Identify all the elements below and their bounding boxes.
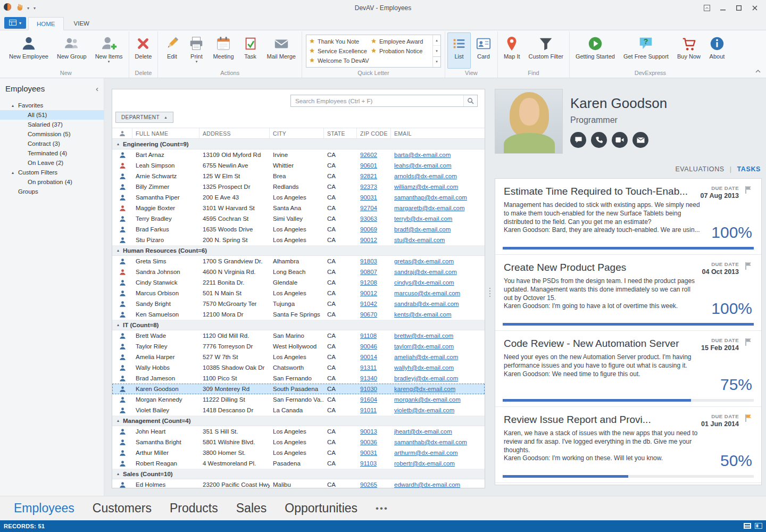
zip-link[interactable]: 90036 — [360, 439, 377, 445]
getting-started-button[interactable]: Getting Started — [572, 32, 619, 69]
column-header-address[interactable]: ADDRESS — [199, 128, 270, 138]
bottom-nav-products[interactable]: Products — [170, 501, 218, 516]
bottom-nav-employees[interactable]: Employees — [14, 501, 74, 516]
card-view-button[interactable]: Card — [472, 32, 495, 69]
table-row[interactable]: Arthur Miller3800 Homer St.Los AngelesCA… — [112, 447, 485, 458]
collapse-group-icon[interactable]: ▴ — [117, 471, 119, 476]
table-row[interactable]: Brett Wade1120 Old Mill Rd.San MarinoCA9… — [112, 330, 485, 341]
print-button[interactable]: Print ▾ — [185, 32, 208, 69]
email-link[interactable]: wallyh@dx-email.com — [394, 364, 454, 371]
zip-link[interactable]: 92602 — [360, 152, 377, 158]
quick-letter-item-thank-you-note[interactable]: Thank You Note — [309, 37, 371, 46]
group-header-row[interactable]: ▴Sales (Count=10) — [112, 469, 485, 479]
table-row[interactable]: Cindy Stanwick2211 Bonita Dr.GlendaleCA9… — [112, 277, 485, 288]
email-link[interactable]: samanthab@dx-email.com — [394, 439, 467, 445]
task-card[interactable]: Code Review - New Automation ServerDUE D… — [495, 331, 761, 407]
zip-link[interactable]: 91803 — [360, 258, 377, 264]
table-row[interactable]: Terry Bradley4595 Cochran StSimi ValleyC… — [112, 213, 485, 224]
column-header-status-icon[interactable] — [112, 128, 132, 138]
table-row[interactable]: Greta Sims1700 S Grandview Dr.AlhambraCA… — [112, 256, 485, 267]
group-by-department-button[interactable]: DEPARTMENT ▲ — [115, 112, 173, 123]
email-link[interactable]: williamz@dx-email.com — [394, 184, 458, 190]
email-link[interactable]: marcuso@dx-email.com — [394, 290, 460, 296]
sidebar-item-salaried-37[interactable]: Salaried (37) — [0, 120, 104, 129]
zip-link[interactable]: 90031 — [360, 450, 377, 456]
table-row[interactable]: Taylor Riley7776 Torreyson DrWest Hollyw… — [112, 341, 485, 352]
bottom-nav-overflow-icon[interactable]: ••• — [376, 503, 388, 514]
table-row[interactable]: Sandra Johnson4600 N Virginia Rd.Long Be… — [112, 267, 485, 277]
application-menu-button[interactable]: ▾ — [4, 17, 26, 29]
tab-view[interactable]: VIEW — [66, 16, 97, 30]
collapse-group-icon[interactable]: ▴ — [117, 322, 119, 327]
tab-evaluations[interactable]: EVALUATIONS — [675, 165, 724, 173]
email-link[interactable]: ameliah@dx-email.com — [394, 354, 458, 360]
email-button[interactable] — [632, 132, 648, 148]
zip-link[interactable]: 91311 — [360, 364, 377, 371]
column-header-city[interactable]: CITY — [270, 128, 324, 138]
email-link[interactable]: samanthap@dx-email.com — [394, 194, 467, 201]
search-input[interactable] — [291, 98, 463, 104]
touch-mode-icon[interactable] — [16, 3, 23, 13]
column-header-email[interactable]: EMAIL — [391, 128, 485, 138]
zip-link[interactable]: 92821 — [360, 173, 377, 179]
search-icon[interactable] — [463, 95, 477, 106]
sidebar-item-groups[interactable]: Groups — [0, 187, 104, 196]
group-header-row[interactable]: ▴Management (Count=4) — [112, 415, 485, 426]
table-row[interactable]: Sandy Bright7570 McGroarty TerTujungaCA9… — [112, 298, 485, 309]
quick-letter-item-employee-award[interactable]: Employee Award — [371, 37, 432, 46]
column-header-zip-code[interactable]: ZIP CODE — [357, 128, 391, 138]
table-row[interactable]: Brad Jameson1100 Pico StSan FernandoCA91… — [112, 373, 485, 384]
task-card[interactable]: Create New Product PagesDUE DATE04 Oct 2… — [495, 255, 761, 331]
collapse-group-icon[interactable]: ▴ — [117, 142, 119, 146]
table-row[interactable]: Karen Goodson309 Monterey RdSouth Pasade… — [112, 384, 485, 394]
close-button[interactable] — [747, 2, 763, 14]
buy-now-button[interactable]: Buy Now — [673, 32, 704, 69]
table-row[interactable]: Marcus Orbison501 N Main StLos AngelesCA… — [112, 288, 485, 298]
tab-home[interactable]: HOME — [28, 17, 64, 30]
bottom-nav-customers[interactable]: Customers — [93, 501, 152, 516]
email-link[interactable]: bradf@dx-email.com — [394, 226, 451, 232]
panel-splitter[interactable] — [485, 89, 495, 496]
collapse-group-icon[interactable]: ▴ — [117, 248, 119, 253]
group-header-row[interactable]: ▴Human Resources (Count=6) — [112, 245, 485, 256]
email-link[interactable]: arthurm@dx-email.com — [394, 450, 458, 456]
sidebar-collapse-icon[interactable]: ‹ — [96, 84, 98, 93]
zip-link[interactable]: 90012 — [360, 237, 377, 243]
delete-button[interactable]: Delete — [131, 32, 156, 69]
email-link[interactable]: edwardh@dx-email.com — [394, 481, 460, 488]
zip-link[interactable]: 90601 — [360, 162, 377, 169]
column-header-full-name[interactable]: FULL NAME — [132, 128, 199, 138]
mail-merge-button[interactable]: Mail Merge — [263, 32, 299, 69]
zip-link[interactable]: 90670 — [360, 311, 377, 318]
bottom-nav-sales[interactable]: Sales — [236, 501, 267, 516]
list-view-button[interactable]: List — [447, 32, 471, 69]
about-button[interactable]: About — [705, 32, 729, 69]
table-row[interactable]: Billy Zimmer1325 Prospect DrRedlandsCA92… — [112, 181, 485, 192]
email-link[interactable]: jheart@dx-email.com — [394, 428, 452, 435]
zip-link[interactable]: 91042 — [360, 301, 377, 307]
table-row[interactable]: Morgan Kennedy11222 Dilling StSan Fernan… — [112, 394, 485, 405]
email-link[interactable]: cindys@dx-email.com — [394, 279, 454, 286]
zip-link[interactable]: 91208 — [360, 279, 377, 286]
table-row[interactable]: Bart Arnaz13109 Old Myford RdIrvineCA926… — [112, 149, 485, 160]
table-row[interactable]: Leah Simpson6755 Newlin AveWhittierCA906… — [112, 160, 485, 171]
task-card[interactable]: Review Issue Report and Provi...DUE DATE… — [495, 407, 761, 483]
sidebar-item-all-51[interactable]: All (51) — [0, 110, 104, 120]
map-it-button[interactable]: Map It — [500, 32, 524, 69]
email-link[interactable]: sandraj@dx-email.com — [394, 269, 457, 275]
sidebar-item-contract-3[interactable]: Contract (3) — [0, 139, 104, 148]
email-link[interactable]: brettw@dx-email.com — [394, 332, 453, 339]
new-group-button[interactable]: New Group — [53, 32, 90, 69]
zip-link[interactable]: 90031 — [360, 194, 377, 201]
table-row[interactable]: John Heart351 S Hill St.Los AngelesCA900… — [112, 426, 485, 437]
more-options-icon[interactable]: ▾ — [433, 56, 440, 67]
ribbon-display-options-icon[interactable] — [699, 2, 715, 14]
zip-link[interactable]: 91108 — [360, 332, 377, 339]
sidebar-item-terminated-4[interactable]: Terminated (4) — [0, 148, 104, 158]
sidebar-item-commission-5[interactable]: Commission (5) — [0, 129, 104, 139]
table-row[interactable]: Ken Samuelson12100 Mora DrSanta Fe Sprin… — [112, 309, 485, 320]
email-link[interactable]: gretas@dx-email.com — [394, 258, 454, 264]
zip-link[interactable]: 90046 — [360, 343, 377, 350]
scroll-up-icon[interactable]: ▴ — [433, 35, 440, 45]
table-row[interactable]: Maggie Boxter3101 W Harvard StSanta AnaC… — [112, 203, 485, 213]
